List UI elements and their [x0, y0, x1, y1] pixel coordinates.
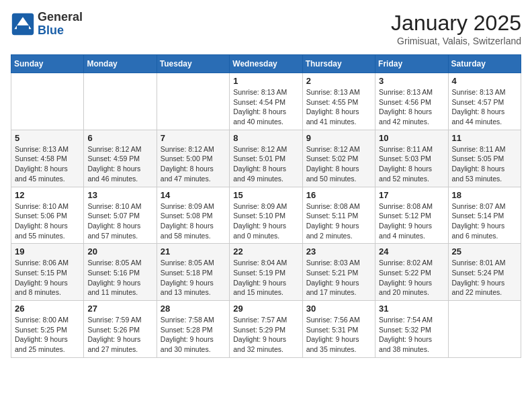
calendar-cell [157, 73, 229, 130]
calendar-cell: 12Sunrise: 8:10 AM Sunset: 5:06 PM Dayli… [11, 187, 84, 244]
day-number: 26 [15, 304, 80, 314]
day-info: Sunrise: 8:05 AM Sunset: 5:16 PM Dayligh… [87, 258, 152, 298]
day-number: 22 [233, 246, 298, 257]
calendar-cell: 29Sunrise: 7:57 AM Sunset: 5:29 PM Dayli… [230, 301, 302, 358]
day-info: Sunrise: 8:08 AM Sunset: 5:12 PM Dayligh… [379, 201, 444, 241]
calendar-cell: 1Sunrise: 8:13 AM Sunset: 4:54 PM Daylig… [230, 73, 302, 130]
svg-rect-2 [17, 26, 29, 30]
week-row-3: 12Sunrise: 8:10 AM Sunset: 5:06 PM Dayli… [11, 187, 521, 244]
day-info: Sunrise: 8:13 AM Sunset: 4:54 PM Dayligh… [233, 87, 298, 127]
day-number: 10 [379, 133, 444, 143]
calendar-cell: 18Sunrise: 8:07 AM Sunset: 5:14 PM Dayli… [448, 187, 521, 244]
calendar-cell: 3Sunrise: 8:13 AM Sunset: 4:56 PM Daylig… [375, 73, 448, 130]
day-info: Sunrise: 8:05 AM Sunset: 5:18 PM Dayligh… [161, 258, 226, 298]
calendar-cell: 7Sunrise: 8:12 AM Sunset: 5:00 PM Daylig… [157, 130, 229, 187]
calendar-cell: 8Sunrise: 8:12 AM Sunset: 5:01 PM Daylig… [230, 130, 302, 187]
day-number: 18 [452, 190, 517, 200]
calendar-cell [84, 73, 157, 130]
month-title: January 2025 [391, 11, 521, 36]
calendar-cell: 21Sunrise: 8:05 AM Sunset: 5:18 PM Dayli… [157, 244, 229, 301]
calendar-cell: 24Sunrise: 8:02 AM Sunset: 5:22 PM Dayli… [375, 244, 448, 301]
day-info: Sunrise: 8:13 AM Sunset: 4:57 PM Dayligh… [452, 87, 517, 127]
calendar-cell: 20Sunrise: 8:05 AM Sunset: 5:16 PM Dayli… [84, 244, 157, 301]
calendar: SundayMondayTuesdayWednesdayThursdayFrid… [11, 54, 521, 358]
day-number: 21 [161, 246, 226, 257]
calendar-cell: 22Sunrise: 8:04 AM Sunset: 5:19 PM Dayli… [230, 244, 302, 301]
day-info: Sunrise: 8:06 AM Sunset: 5:15 PM Dayligh… [15, 258, 80, 298]
day-info: Sunrise: 8:12 AM Sunset: 5:00 PM Dayligh… [161, 144, 226, 184]
logo-blue: Blue [38, 24, 83, 38]
day-number: 20 [87, 246, 152, 257]
day-info: Sunrise: 8:10 AM Sunset: 5:07 PM Dayligh… [87, 201, 152, 241]
calendar-cell: 4Sunrise: 8:13 AM Sunset: 4:57 PM Daylig… [448, 73, 521, 130]
day-number: 25 [452, 246, 517, 257]
day-number: 16 [306, 190, 371, 200]
day-number: 2 [306, 76, 371, 86]
day-number: 12 [15, 190, 80, 200]
calendar-cell: 10Sunrise: 8:11 AM Sunset: 5:03 PM Dayli… [375, 130, 448, 187]
day-info: Sunrise: 8:13 AM Sunset: 4:56 PM Dayligh… [379, 87, 444, 127]
day-number: 29 [233, 304, 298, 314]
day-of-week-wednesday: Wednesday [230, 55, 302, 73]
day-info: Sunrise: 8:04 AM Sunset: 5:19 PM Dayligh… [233, 258, 298, 298]
day-info: Sunrise: 7:57 AM Sunset: 5:29 PM Dayligh… [233, 315, 298, 355]
day-number: 13 [87, 190, 152, 200]
calendar-cell [11, 73, 84, 130]
day-info: Sunrise: 8:07 AM Sunset: 5:14 PM Dayligh… [452, 201, 517, 241]
day-of-week-friday: Friday [375, 55, 448, 73]
calendar-body: 1Sunrise: 8:13 AM Sunset: 4:54 PM Daylig… [11, 73, 521, 358]
logo-text: General Blue [38, 11, 83, 38]
day-number: 15 [233, 190, 298, 200]
calendar-cell: 26Sunrise: 8:00 AM Sunset: 5:25 PM Dayli… [11, 301, 84, 358]
day-of-week-sunday: Sunday [11, 55, 84, 73]
week-row-4: 19Sunrise: 8:06 AM Sunset: 5:15 PM Dayli… [11, 244, 521, 301]
calendar-cell: 6Sunrise: 8:12 AM Sunset: 4:59 PM Daylig… [84, 130, 157, 187]
day-number: 4 [452, 76, 517, 86]
logo-icon [11, 12, 35, 36]
day-info: Sunrise: 8:12 AM Sunset: 5:01 PM Dayligh… [233, 144, 298, 184]
day-info: Sunrise: 7:59 AM Sunset: 5:26 PM Dayligh… [87, 315, 152, 355]
calendar-cell: 17Sunrise: 8:08 AM Sunset: 5:12 PM Dayli… [375, 187, 448, 244]
week-row-2: 5Sunrise: 8:13 AM Sunset: 4:58 PM Daylig… [11, 130, 521, 187]
day-number: 27 [87, 304, 152, 314]
day-number: 23 [306, 246, 371, 257]
calendar-cell: 19Sunrise: 8:06 AM Sunset: 5:15 PM Dayli… [11, 244, 84, 301]
calendar-cell: 31Sunrise: 7:54 AM Sunset: 5:32 PM Dayli… [375, 301, 448, 358]
page-header: General Blue January 2025 Grimisuat, Val… [11, 11, 521, 46]
day-info: Sunrise: 8:01 AM Sunset: 5:24 PM Dayligh… [452, 258, 517, 298]
calendar-cell: 27Sunrise: 7:59 AM Sunset: 5:26 PM Dayli… [84, 301, 157, 358]
day-info: Sunrise: 8:10 AM Sunset: 5:06 PM Dayligh… [15, 201, 80, 241]
day-number: 5 [15, 133, 80, 143]
calendar-cell: 28Sunrise: 7:58 AM Sunset: 5:28 PM Dayli… [157, 301, 229, 358]
logo-general: General [38, 11, 83, 24]
calendar-cell: 11Sunrise: 8:11 AM Sunset: 5:05 PM Dayli… [448, 130, 521, 187]
calendar-header: SundayMondayTuesdayWednesdayThursdayFrid… [11, 55, 521, 73]
day-info: Sunrise: 7:54 AM Sunset: 5:32 PM Dayligh… [379, 315, 444, 355]
calendar-cell: 5Sunrise: 8:13 AM Sunset: 4:58 PM Daylig… [11, 130, 84, 187]
day-number: 17 [379, 190, 444, 200]
day-number: 1 [233, 76, 298, 86]
logo: General Blue [11, 11, 83, 38]
day-number: 19 [15, 246, 80, 257]
week-row-5: 26Sunrise: 8:00 AM Sunset: 5:25 PM Dayli… [11, 301, 521, 358]
day-info: Sunrise: 8:12 AM Sunset: 5:02 PM Dayligh… [306, 144, 371, 184]
days-of-week-row: SundayMondayTuesdayWednesdayThursdayFrid… [11, 55, 521, 73]
day-number: 28 [161, 304, 226, 314]
day-info: Sunrise: 8:11 AM Sunset: 5:03 PM Dayligh… [379, 144, 444, 184]
day-info: Sunrise: 8:09 AM Sunset: 5:10 PM Dayligh… [233, 201, 298, 241]
day-number: 8 [233, 133, 298, 143]
day-number: 24 [379, 246, 444, 257]
day-info: Sunrise: 8:03 AM Sunset: 5:21 PM Dayligh… [306, 258, 371, 298]
day-of-week-tuesday: Tuesday [157, 55, 229, 73]
calendar-cell: 13Sunrise: 8:10 AM Sunset: 5:07 PM Dayli… [84, 187, 157, 244]
day-of-week-saturday: Saturday [448, 55, 521, 73]
day-number: 14 [161, 190, 226, 200]
calendar-cell: 16Sunrise: 8:08 AM Sunset: 5:11 PM Dayli… [302, 187, 375, 244]
day-info: Sunrise: 8:12 AM Sunset: 4:59 PM Dayligh… [87, 144, 152, 184]
day-number: 30 [306, 304, 371, 314]
day-number: 11 [452, 133, 517, 143]
location: Grimisuat, Valais, Switzerland [391, 36, 521, 46]
day-info: Sunrise: 8:13 AM Sunset: 4:58 PM Dayligh… [15, 144, 80, 184]
calendar-cell: 30Sunrise: 7:56 AM Sunset: 5:31 PM Dayli… [302, 301, 375, 358]
day-info: Sunrise: 8:02 AM Sunset: 5:22 PM Dayligh… [379, 258, 444, 298]
